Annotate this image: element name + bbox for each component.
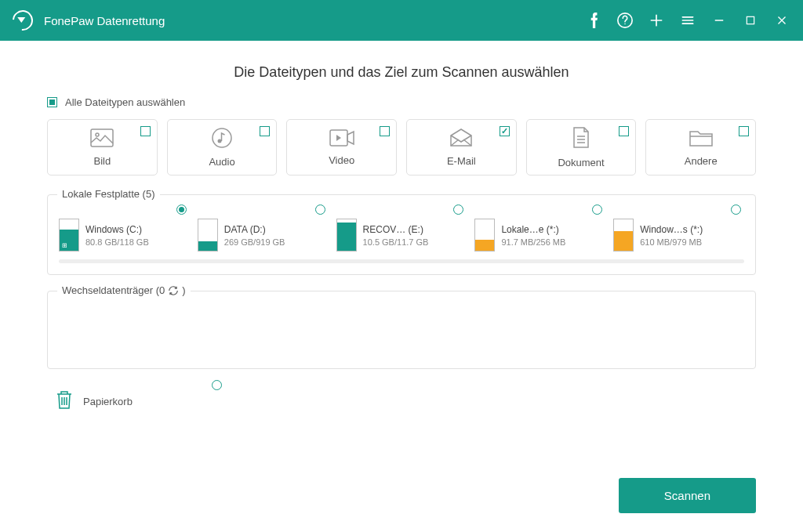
minimize-icon[interactable] xyxy=(710,12,728,29)
filetype-card-other[interactable]: Andere xyxy=(645,119,756,176)
drive-info: Window…s (*:) 610 MB/979 MB xyxy=(640,224,703,247)
drive-item[interactable]: Lokale…e (*:) 91.7 MB/256 MB xyxy=(474,219,605,252)
drive-radio[interactable] xyxy=(176,204,187,215)
email-icon xyxy=(449,128,473,150)
refresh-icon[interactable] xyxy=(168,285,179,296)
recycle-label: Papierkorb xyxy=(83,396,133,407)
filetype-checkbox[interactable] xyxy=(260,126,270,136)
menu-icon[interactable] xyxy=(679,12,696,29)
drive-radio[interactable] xyxy=(453,204,463,215)
maximize-icon[interactable] xyxy=(742,12,759,29)
filetype-checkbox[interactable] xyxy=(739,126,749,136)
content-area: Die Dateitypen und das Ziel zum Scannen … xyxy=(0,41,803,478)
close-icon[interactable] xyxy=(773,12,790,29)
local-drives-legend: Lokale Festplatte (5) xyxy=(57,188,160,200)
app-title: FonePaw Datenrettung xyxy=(44,14,165,27)
drive-info: Windows (C:) 80.8 GB/118 GB xyxy=(85,224,149,247)
audio-icon xyxy=(212,128,232,151)
svg-rect-2 xyxy=(747,16,754,24)
local-drives-section: Lokale Festplatte (5) ⊞ Windows (C:) 80.… xyxy=(47,194,756,275)
filetype-checkbox[interactable] xyxy=(380,126,390,136)
filetype-card-audio[interactable]: Audio xyxy=(167,119,278,176)
filetype-card-video[interactable]: Video xyxy=(286,119,397,176)
filetype-label: Andere xyxy=(685,155,718,167)
drive-icon xyxy=(474,219,495,252)
page-heading: Die Dateitypen und das Ziel zum Scannen … xyxy=(47,64,756,81)
filetype-label: Dokument xyxy=(558,157,604,168)
drive-icon xyxy=(336,219,357,252)
drives-scrollbar[interactable] xyxy=(59,259,744,263)
drive-size: 610 MB/979 MB xyxy=(640,237,703,247)
select-all-checkbox[interactable] xyxy=(47,97,57,107)
facebook-icon[interactable] xyxy=(585,12,602,29)
drive-size: 80.8 GB/118 GB xyxy=(85,237,149,247)
drive-icon xyxy=(198,219,218,252)
drive-name: Lokale…e (*:) xyxy=(501,224,565,235)
svg-rect-3 xyxy=(91,129,113,147)
drive-size: 91.7 MB/256 MB xyxy=(501,237,565,247)
drive-radio[interactable] xyxy=(315,204,325,215)
drive-info: DATA (D:) 269 GB/919 GB xyxy=(224,224,285,247)
drive-info: Lokale…e (*:) 91.7 MB/256 MB xyxy=(501,224,565,247)
scan-button[interactable]: Scannen xyxy=(619,478,756,513)
drive-item[interactable]: DATA (D:) 269 GB/919 GB xyxy=(198,219,329,252)
document-icon xyxy=(572,127,590,152)
removable-drives-legend: Wechseldatenträger (0) xyxy=(57,284,191,296)
recycle-bin-row[interactable]: Papierkorb xyxy=(47,385,756,418)
filetype-card-document[interactable]: Dokument xyxy=(526,119,637,176)
svg-point-1 xyxy=(624,24,625,24)
titlebar: FonePaw Datenrettung xyxy=(0,0,803,41)
plus-icon[interactable] xyxy=(648,12,665,29)
drive-name: Windows (C:) xyxy=(85,224,149,235)
filetype-label: Bild xyxy=(93,155,111,167)
video-icon xyxy=(329,129,354,150)
filetype-card-email[interactable]: E-Mail xyxy=(406,119,517,176)
select-all-row[interactable]: Alle Dateitypen auswählen xyxy=(47,96,756,108)
titlebar-controls xyxy=(585,12,790,29)
filetype-label: E-Mail xyxy=(447,155,476,167)
drive-radio[interactable] xyxy=(592,204,602,215)
filetype-checkbox[interactable] xyxy=(619,126,629,136)
drives-row: ⊞ Windows (C:) 80.8 GB/118 GB DATA (D:) … xyxy=(59,219,744,252)
drive-name: Window…s (*:) xyxy=(640,224,703,235)
drive-item[interactable]: RECOV… (E:) 10.5 GB/11.7 GB xyxy=(336,219,467,252)
app-window: FonePaw Datenrettung xyxy=(0,0,803,532)
drive-icon xyxy=(613,219,634,252)
drive-size: 269 GB/919 GB xyxy=(224,237,285,247)
help-icon[interactable] xyxy=(616,12,634,29)
removable-drives-section: Wechseldatenträger (0) xyxy=(47,291,756,369)
svg-point-4 xyxy=(96,133,99,136)
drive-item[interactable]: Window…s (*:) 610 MB/979 MB xyxy=(613,219,744,252)
image-icon xyxy=(90,128,114,150)
footer: Scannen xyxy=(0,478,803,532)
filetype-checkbox[interactable] xyxy=(140,126,151,136)
app-logo-icon xyxy=(9,6,38,35)
filetype-card-image[interactable]: Bild xyxy=(47,119,158,176)
drive-item[interactable]: ⊞ Windows (C:) 80.8 GB/118 GB xyxy=(59,219,190,252)
filetype-grid: Bild Audio Video E-M xyxy=(47,119,756,176)
filetype-label: Audio xyxy=(209,156,234,168)
drive-name: DATA (D:) xyxy=(224,224,285,235)
filetype-label: Video xyxy=(329,154,354,166)
drive-size: 10.5 GB/11.7 GB xyxy=(363,237,429,247)
filetype-checkbox[interactable] xyxy=(500,126,510,136)
trash-icon xyxy=(55,389,74,413)
drive-radio[interactable] xyxy=(731,204,741,215)
select-all-label: Alle Dateitypen auswählen xyxy=(65,96,185,108)
folder-icon xyxy=(689,128,713,150)
drive-name: RECOV… (E:) xyxy=(363,224,429,235)
drive-icon: ⊞ xyxy=(59,219,79,252)
drive-info: RECOV… (E:) 10.5 GB/11.7 GB xyxy=(363,224,429,247)
recycle-radio[interactable] xyxy=(212,380,222,390)
